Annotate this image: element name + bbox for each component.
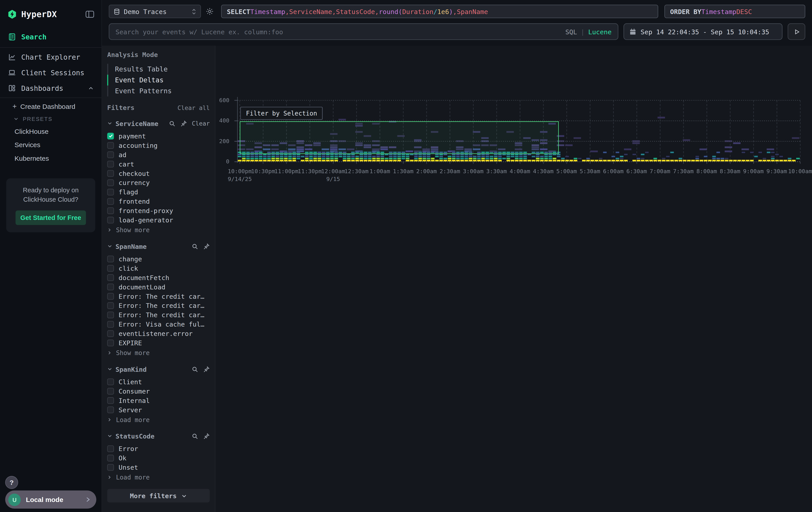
filter-checkbox-row[interactable]: Internal bbox=[107, 396, 210, 405]
sidebar-item-dashboards[interactable]: Dashboards bbox=[0, 80, 102, 96]
show-more-button[interactable]: Show more bbox=[107, 225, 210, 235]
source-settings-button[interactable] bbox=[206, 7, 214, 16]
checkbox-unchecked[interactable] bbox=[107, 321, 114, 327]
checkbox-unchecked[interactable] bbox=[107, 406, 114, 413]
checkbox-unchecked[interactable] bbox=[107, 330, 114, 336]
filter-checkbox-row[interactable]: EXPIRE bbox=[107, 338, 210, 348]
filter-checkbox-row[interactable]: Unset bbox=[107, 463, 210, 472]
sidebar-item-search[interactable]: Search bbox=[0, 28, 102, 46]
filter-checkbox-row[interactable]: Client bbox=[107, 377, 210, 386]
filter-section-header[interactable]: SpanName bbox=[107, 242, 210, 251]
filter-checkbox-row[interactable]: flagd bbox=[107, 187, 210, 196]
sidebar-item-kubernetes[interactable]: Kubernetes bbox=[0, 152, 102, 165]
section-pin-button[interactable] bbox=[203, 243, 210, 249]
checkbox-unchecked[interactable] bbox=[107, 189, 114, 195]
checkbox-unchecked[interactable] bbox=[107, 216, 114, 223]
more-filters-button[interactable]: More filters bbox=[107, 489, 210, 503]
filter-checkbox-row[interactable]: Ok bbox=[107, 453, 210, 463]
filter-checkbox-row[interactable]: Error: The credit card (… bbox=[107, 310, 210, 319]
filter-checkbox-row[interactable]: Server bbox=[107, 405, 210, 414]
mode-lucene-button[interactable]: Lucene bbox=[588, 28, 611, 36]
section-pin-button[interactable] bbox=[203, 366, 210, 372]
filter-checkbox-row[interactable]: eventListener.error bbox=[107, 329, 210, 338]
filter-by-selection-button[interactable]: Filter by Selection bbox=[240, 107, 323, 120]
checkbox-unchecked[interactable] bbox=[107, 378, 114, 385]
checkbox-unchecked[interactable] bbox=[107, 464, 114, 470]
chart-selection-brush[interactable] bbox=[240, 121, 559, 154]
filter-checkbox-row[interactable]: change bbox=[107, 254, 210, 263]
checkbox-unchecked[interactable] bbox=[107, 312, 114, 318]
help-button[interactable]: ? bbox=[5, 476, 18, 489]
filter-checkbox-row[interactable]: ad bbox=[107, 150, 210, 159]
filter-section-header[interactable]: SpanKind bbox=[107, 365, 210, 374]
analysis-mode-option[interactable]: Event Deltas bbox=[107, 75, 210, 85]
filter-checkbox-row[interactable]: Consumer bbox=[107, 386, 210, 396]
load-more-button[interactable]: Load more bbox=[107, 473, 210, 482]
section-pin-button[interactable] bbox=[203, 433, 210, 439]
checkbox-unchecked[interactable] bbox=[107, 397, 114, 404]
checkbox-unchecked[interactable] bbox=[107, 161, 114, 167]
create-dashboard-button[interactable]: + Create Dashboard bbox=[0, 100, 102, 113]
filter-checkbox-row[interactable]: checkout bbox=[107, 168, 210, 178]
sidebar-item-clickhouse[interactable]: ClickHouse bbox=[0, 125, 102, 138]
clear-all-button[interactable]: Clear all bbox=[177, 104, 210, 111]
analysis-mode-option[interactable]: Event Patterns bbox=[107, 85, 210, 97]
checkbox-unchecked[interactable] bbox=[107, 284, 114, 290]
section-search-button[interactable] bbox=[169, 120, 176, 127]
filter-section-header[interactable]: StatusCode bbox=[107, 431, 210, 441]
source-select[interactable]: Demo Traces bbox=[109, 5, 201, 18]
filter-checkbox-row[interactable]: documentFetch bbox=[107, 273, 210, 282]
section-pin-button[interactable] bbox=[180, 120, 187, 127]
checkbox-unchecked[interactable] bbox=[107, 445, 114, 452]
checkbox-unchecked[interactable] bbox=[107, 339, 114, 346]
filter-section-header[interactable]: ServiceNameClear bbox=[107, 119, 210, 128]
time-range-picker[interactable]: Sep 14 22:04:35 - Sep 15 10:04:35 bbox=[624, 23, 782, 40]
checkbox-unchecked[interactable] bbox=[107, 387, 114, 394]
sql-select-input[interactable]: SELECT Timestamp, ServiceName, StatusCod… bbox=[221, 5, 658, 18]
checkbox-unchecked[interactable] bbox=[107, 454, 114, 461]
checkbox-unchecked[interactable] bbox=[107, 179, 114, 186]
filter-checkbox-row[interactable]: Error bbox=[107, 444, 210, 453]
filter-checkbox-row[interactable]: payment bbox=[107, 131, 210, 140]
checkbox-unchecked[interactable] bbox=[107, 265, 114, 271]
checkbox-unchecked[interactable] bbox=[107, 142, 114, 149]
checkbox-unchecked[interactable] bbox=[107, 293, 114, 299]
checkbox-unchecked[interactable] bbox=[107, 274, 114, 281]
mode-sql-button[interactable]: SQL bbox=[566, 28, 577, 36]
section-search-button[interactable] bbox=[192, 243, 198, 249]
get-started-button[interactable]: Get Started for Free bbox=[16, 211, 86, 225]
section-search-button[interactable] bbox=[192, 433, 198, 439]
filter-checkbox-row[interactable]: frontend bbox=[107, 196, 210, 206]
local-mode-menu[interactable]: U Local mode bbox=[5, 490, 96, 509]
order-by-input[interactable]: ORDER BY Timestamp DESC bbox=[664, 5, 805, 18]
checkbox-unchecked[interactable] bbox=[107, 170, 114, 177]
search-input[interactable] bbox=[115, 28, 561, 36]
filter-checkbox-row[interactable]: load-generator bbox=[107, 215, 210, 225]
checkbox-unchecked[interactable] bbox=[107, 151, 114, 158]
section-search-button[interactable] bbox=[192, 366, 198, 372]
filter-checkbox-row[interactable]: cart bbox=[107, 159, 210, 168]
presets-toggle[interactable]: PRESETS bbox=[0, 113, 102, 125]
checkbox-unchecked[interactable] bbox=[107, 198, 114, 205]
sidebar-item-client-sessions[interactable]: Client Sessions bbox=[0, 65, 102, 80]
run-search-button[interactable] bbox=[788, 23, 805, 40]
filter-checkbox-row[interactable]: documentLoad bbox=[107, 282, 210, 291]
filter-checkbox-row[interactable]: currency bbox=[107, 178, 210, 187]
filter-checkbox-row[interactable]: Error: Visa cache full: … bbox=[107, 319, 210, 329]
filter-checkbox-row[interactable]: Error: The credit card (… bbox=[107, 291, 210, 301]
section-clear-button[interactable]: Clear bbox=[192, 120, 210, 127]
checkbox-unchecked[interactable] bbox=[107, 255, 114, 262]
sidebar-item-chart-explorer[interactable]: Chart Explorer bbox=[0, 49, 102, 65]
analysis-mode-option[interactable]: Results Table bbox=[107, 64, 210, 75]
load-more-button[interactable]: Load more bbox=[107, 415, 210, 424]
sidebar-item-services[interactable]: Services bbox=[0, 138, 102, 152]
filter-checkbox-row[interactable]: Error: The credit card (… bbox=[107, 301, 210, 310]
filter-checkbox-row[interactable]: frontend-proxy bbox=[107, 206, 210, 215]
checkbox-checked[interactable] bbox=[107, 132, 114, 139]
show-more-button[interactable]: Show more bbox=[107, 348, 210, 357]
sidebar-collapse-icon[interactable] bbox=[85, 10, 94, 18]
filter-checkbox-row[interactable]: accounting bbox=[107, 140, 210, 150]
filter-checkbox-row[interactable]: click bbox=[107, 263, 210, 273]
checkbox-unchecked[interactable] bbox=[107, 207, 114, 214]
checkbox-unchecked[interactable] bbox=[107, 302, 114, 309]
